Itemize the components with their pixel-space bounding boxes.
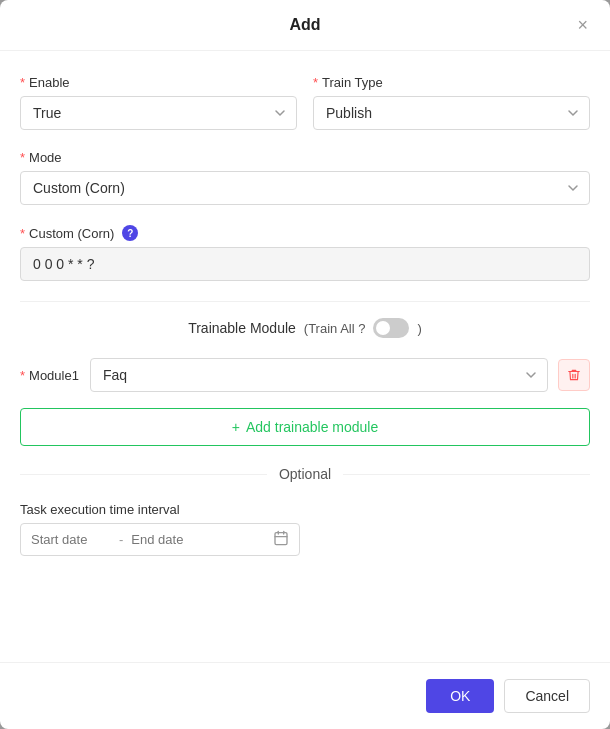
mode-group: * Mode Custom (Corn) Auto Manual — [20, 150, 590, 205]
add-modal: Add × * Enable True False * Train Type — [0, 0, 610, 729]
module1-label: * Module1 — [20, 368, 80, 383]
trainable-module-header: Trainable Module (Train All ? ) — [20, 318, 590, 338]
trash-icon — [567, 368, 581, 382]
add-module-label: Add trainable module — [246, 419, 378, 435]
module1-select[interactable]: Faq Document Knowledge Base — [90, 358, 548, 392]
enable-traintype-row: * Enable True False * Train Type Publish… — [20, 75, 590, 130]
train-all-toggle[interactable] — [373, 318, 409, 338]
module1-required-star: * — [20, 368, 25, 383]
modal-title: Add — [289, 16, 320, 34]
modal-footer: OK Cancel — [0, 662, 610, 729]
enable-group: * Enable True False — [20, 75, 297, 130]
custom-corn-label: * Custom (Corn) ? — [20, 225, 590, 241]
train-type-label: * Train Type — [313, 75, 590, 90]
start-date-input[interactable] — [31, 532, 111, 547]
help-icon[interactable]: ? — [122, 225, 138, 241]
optional-label: Optional — [279, 466, 331, 482]
mode-row: * Mode Custom (Corn) Auto Manual — [20, 150, 590, 205]
delete-module1-button[interactable] — [558, 359, 590, 391]
end-date-input[interactable] — [131, 532, 211, 547]
mode-required-star: * — [20, 150, 25, 165]
plus-icon: + — [232, 419, 240, 435]
date-range-input[interactable]: - — [20, 523, 300, 556]
close-button[interactable]: × — [571, 14, 594, 36]
calendar-icon[interactable] — [273, 530, 289, 549]
train-type-required-star: * — [313, 75, 318, 90]
svg-rect-0 — [275, 533, 287, 545]
mode-select[interactable]: Custom (Corn) Auto Manual — [20, 171, 590, 205]
custom-corn-input[interactable] — [20, 247, 590, 281]
custom-corn-required-star: * — [20, 226, 25, 241]
optional-divider: Optional — [20, 466, 590, 482]
divider-1 — [20, 301, 590, 302]
trainable-module-label: Trainable Module — [188, 320, 296, 336]
date-row: Task execution time interval - — [20, 502, 590, 556]
date-separator: - — [119, 532, 123, 547]
ok-button[interactable]: OK — [426, 679, 494, 713]
add-trainable-module-button[interactable]: + Add trainable module — [20, 408, 590, 446]
custom-corn-row: * Custom (Corn) ? — [20, 225, 590, 281]
train-type-select[interactable]: Publish Draft Test — [313, 96, 590, 130]
mode-label: * Mode — [20, 150, 590, 165]
task-interval-label: Task execution time interval — [20, 502, 590, 517]
module1-row: * Module1 Faq Document Knowledge Base — [20, 358, 590, 392]
modal-body: * Enable True False * Train Type Publish… — [0, 51, 610, 662]
custom-corn-group: * Custom (Corn) ? — [20, 225, 590, 281]
enable-required-star: * — [20, 75, 25, 90]
enable-select[interactable]: True False — [20, 96, 297, 130]
toggle-slider — [373, 318, 409, 338]
cancel-button[interactable]: Cancel — [504, 679, 590, 713]
train-all-suffix: ) — [417, 321, 421, 336]
train-all-label: (Train All ? — [304, 321, 366, 336]
modal-header: Add × — [0, 0, 610, 51]
train-type-group: * Train Type Publish Draft Test — [313, 75, 590, 130]
enable-label: * Enable — [20, 75, 297, 90]
